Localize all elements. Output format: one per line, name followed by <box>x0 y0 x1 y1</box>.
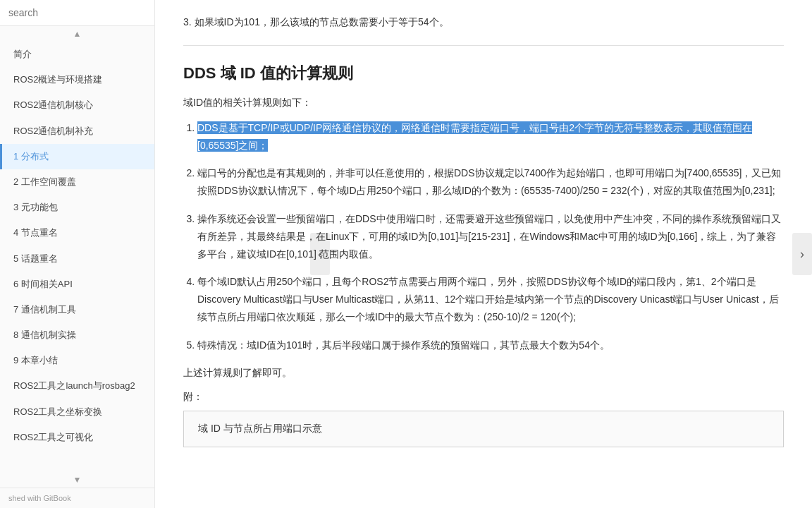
sidebar-item-ros2-overview[interactable]: ROS2概述与环境搭建 <box>0 67 154 92</box>
sidebar-footer: shed with GitBook <box>0 488 154 508</box>
nav-arrow-right[interactable]: › <box>792 233 812 275</box>
sidebar-item-comm-practice[interactable]: 8 通信机制实操 <box>0 322 154 348</box>
rule-item-3: 操作系统还会设置一些预留端口，在DDS中使用端口时，还需要避开这些预留端口，以免… <box>197 210 784 264</box>
rule-text-3: 操作系统还会设置一些预留端口，在DDS中使用端口时，还需要避开这些预留端口，以免… <box>197 213 781 260</box>
rules-list: DDS是基于TCP/IP或UDP/IP网络通信协议的，网络通信时需要指定端口号，… <box>183 119 784 354</box>
sidebar-item-node-rename[interactable]: 4 节点重名 <box>0 220 154 246</box>
sidebar-item-intro[interactable]: 简介 <box>0 42 154 67</box>
rule-item-2: 端口号的分配也是有其规则的，并非可以任意使用的，根据DDS协议规定以7400作为… <box>197 164 784 200</box>
sidebar-item-ros2-launch-rosbag2[interactable]: ROS2工具之launch与rosbag2 <box>0 373 154 399</box>
rule-item-5: 特殊情况：域ID值为101时，其后半段端口属于操作系统的预留端口，其节点最大个数… <box>197 337 784 354</box>
item-number-3: 3. <box>183 16 192 28</box>
rule-text-4: 每个域ID默认占用250个端口，且每个ROS2节点需要占用两个端口，另外，按照D… <box>197 276 779 322</box>
nav-arrow-left[interactable]: ‹ <box>310 233 330 275</box>
sidebar-item-ros2-comm-core[interactable]: ROS2通信机制核心 <box>0 92 154 118</box>
main-content: 3. 如果域ID为101，那么该域的节点总数需要小于等于54个。 DDS 域 I… <box>155 0 812 508</box>
sidebar-item-comm-tools[interactable]: 7 通信机制工具 <box>0 297 154 322</box>
section-title: DDS 域 ID 值的计算规则 <box>183 63 784 84</box>
search-input[interactable] <box>8 7 146 18</box>
conclusion-text: 上述计算规则了解即可。 <box>183 367 784 380</box>
sidebar-scroll-down[interactable]: ▼ <box>0 472 154 488</box>
sidebar-item-distributed[interactable]: 1 分布式 <box>0 144 154 169</box>
appendix-title: 域 ID 与节点所占用端口示意 <box>198 423 322 434</box>
sidebar-item-ros2-coord[interactable]: ROS2工具之坐标变换 <box>0 399 154 425</box>
sidebar-scroll-up[interactable]: ▲ <box>0 26 154 42</box>
sidebar: ▲ 简介ROS2概述与环境搭建ROS2通信机制核心ROS2通信机制补充1 分布式… <box>0 0 155 508</box>
sidebar-item-summary[interactable]: 9 本章小结 <box>0 348 154 373</box>
section-divider <box>183 45 784 46</box>
rule-item-4: 每个域ID默认占用250个端口，且每个ROS2节点需要占用两个端口，另外，按照D… <box>197 273 784 327</box>
sidebar-item-time-api[interactable]: 6 时间相关API <box>0 272 154 297</box>
highlight-text-1: DDS是基于TCP/IP或UDP/IP网络通信协议的，网络通信时需要指定端口号，… <box>197 121 752 152</box>
sidebar-item-workspace[interactable]: 2 工作空间覆盖 <box>0 169 154 195</box>
rule-item-1: DDS是基于TCP/IP或UDP/IP网络通信协议的，网络通信时需要指定端口号，… <box>197 119 784 155</box>
rules-intro: 域ID值的相关计算规则如下： <box>183 97 784 109</box>
appendix-label: 附： <box>183 391 784 404</box>
sidebar-item-ros2-viz[interactable]: ROS2工具之可视化 <box>0 425 154 450</box>
sidebar-nav: 简介ROS2概述与环境搭建ROS2通信机制核心ROS2通信机制补充1 分布式2 … <box>0 42 154 472</box>
sidebar-item-metapkg[interactable]: 3 元功能包 <box>0 195 154 220</box>
top-list-item: 3. 如果域ID为101，那么该域的节点总数需要小于等于54个。 <box>183 14 784 31</box>
content-wrapper: ‹ 3. 如果域ID为101，那么该域的节点总数需要小于等于54个。 DDS 域… <box>155 0 812 508</box>
top-item-text: 如果域ID为101，那么该域的节点总数需要小于等于54个。 <box>195 16 449 28</box>
sidebar-item-ros2-comm-ext[interactable]: ROS2通信机制补充 <box>0 119 154 144</box>
appendix-box: 域 ID 与节点所占用端口示意 <box>183 411 784 447</box>
search-box[interactable] <box>0 0 154 26</box>
rule-text-5: 特殊情况：域ID值为101时，其后半段端口属于操作系统的预留端口，其节点最大个数… <box>197 339 610 351</box>
sidebar-item-topic-rename[interactable]: 5 话题重名 <box>0 246 154 272</box>
rule-text-2: 端口号的分配也是有其规则的，并非可以任意使用的，根据DDS协议规定以7400作为… <box>197 167 781 196</box>
